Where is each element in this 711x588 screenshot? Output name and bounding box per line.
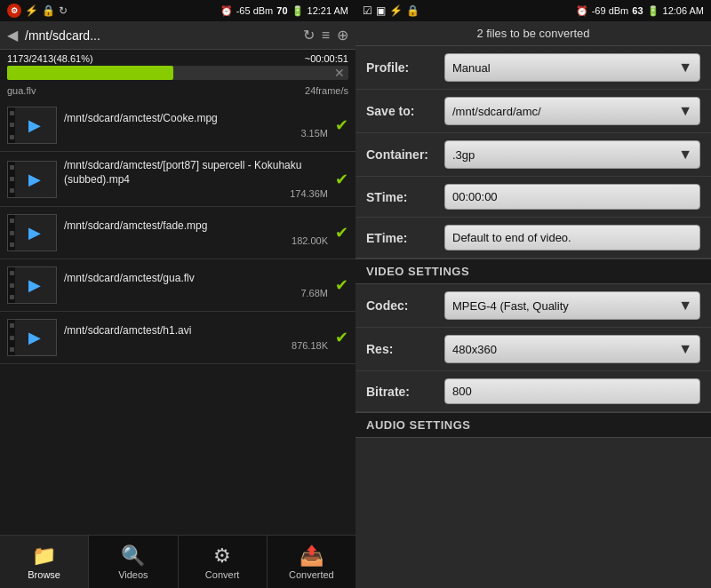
status-bar-right: ☑ ▣ ⚡ 🔒 ⏰ -69 dBm 63 🔋 12:06 AM [356,0,711,21]
progress-close-button[interactable]: ✕ [334,66,345,80]
bars-left: 70 [276,5,287,16]
nav-converted[interactable]: 📤 Converted [268,536,356,588]
play-icon: ▶ [28,115,41,135]
saveto-label: Save to: [366,104,437,118]
file-thumbnail: ▶ [7,319,57,356]
bitrate-row: Bitrate: 800 [356,371,711,412]
file-path: /mnt/sdcard/amctest/[port87] supercell -… [64,159,328,187]
progress-info: 1173/2413(48.61%) ~00:00:51 [7,53,348,64]
address-bar: ◀ /mnt/sdcard... ↻ ≡ ⊕ [0,21,356,50]
battery-icon-left: 🔋 [292,5,304,17]
status-center-left: ⏰ -65 dBm 70 🔋 12:21 AM [220,5,348,17]
play-icon: ▶ [28,170,41,189]
battery-icon-right: 🔋 [647,5,659,17]
list-item[interactable]: ▶ /mnt/sdcard/amctest/gua.flv 7.68M ✔ [0,259,356,312]
play-icon: ▶ [28,223,41,242]
file-path: /mnt/sdcard/amctest/Cooke.mpg [64,112,328,126]
list-item[interactable]: ▶ /mnt/sdcard/amctest/fade.mpg 182.00K ✔ [0,207,356,259]
square-icon: ▣ [376,4,386,17]
file-checkbox[interactable]: ✔ [335,115,348,135]
bitrate-control: 800 [444,378,700,404]
file-checkbox[interactable]: ✔ [335,223,348,242]
saveto-dropdown[interactable]: /mnt/sdcard/amc/ ▼ [444,97,700,125]
list-item[interactable]: ▶ /mnt/sdcard/amctest/Cooke.mpg 3.15M ✔ [0,99,356,152]
codec-label: Codec: [366,298,437,313]
file-thumbnail: ▶ [7,107,57,144]
etime-row: ETime: Default to end of video. [356,218,711,258]
status-bar-left: ⚙ ⚡ 🔒 ↻ ⏰ -65 dBm 70 🔋 12:21 AM [0,0,356,21]
profile-control: Manual ▼ [444,53,700,82]
refresh-button[interactable]: ↻ [303,27,315,44]
time-left: 12:21 AM [308,5,348,16]
progress-fill [7,66,173,80]
converting-fps: 24frame/s [305,85,348,96]
container-control: .3gp ▼ [444,140,700,169]
file-size: 3.15M [64,128,328,139]
file-checkbox[interactable]: ✔ [335,328,348,347]
stime-value: 00:00:00 [452,190,498,203]
files-notice-text: 2 files to be converted [476,27,589,40]
etime-label: ETime: [366,231,437,245]
nav-videos-label: Videos [118,569,148,580]
stime-control: 00:00:00 [444,184,700,210]
convert-icon: ⚙ [213,544,231,568]
settings-scroll: Profile: Manual ▼ Save to: /mnt/sdcard/a… [356,46,711,588]
converted-icon: 📤 [300,544,324,568]
videos-icon: 🔍 [121,544,145,568]
container-dropdown-arrow: ▼ [678,147,692,163]
more-button[interactable]: ⊕ [337,27,348,44]
file-path: /mnt/sdcard/amctest/h1.avi [64,324,328,338]
back-button[interactable]: ◀ [7,27,18,44]
list-item[interactable]: ▶ /mnt/sdcard/amctest/h1.avi 876.18K ✔ [0,312,356,364]
signal-right: -69 dBm [592,5,629,16]
profile-dropdown[interactable]: Manual ▼ [444,53,700,82]
container-dropdown[interactable]: .3gp ▼ [444,140,700,169]
file-thumbnail: ▶ [7,214,57,251]
res-dropdown[interactable]: 480x360 ▼ [444,335,700,363]
checkbox-icon: ☑ [363,4,372,17]
codec-dropdown[interactable]: MPEG-4 (Fast, Quality ▼ [444,291,700,320]
file-list: ▶ /mnt/sdcard/amctest/Cooke.mpg 3.15M ✔ … [0,99,356,535]
res-row: Res: 480x360 ▼ [356,328,711,371]
nav-videos[interactable]: 🔍 Videos [89,536,178,588]
alarm-icon-right: ⏰ [576,5,588,17]
stime-input[interactable]: 00:00:00 [444,184,700,210]
file-path: /mnt/sdcard/amctest/fade.mpg [64,219,328,234]
nav-browse[interactable]: 📁 Browse [0,536,89,588]
addr-icons: ↻ ≡ ⊕ [303,27,348,44]
file-size: 182.00K [64,235,328,246]
container-label: Container: [366,147,437,162]
file-checkbox[interactable]: ✔ [335,275,348,295]
usb-icon: ⚡ [25,4,38,17]
nav-convert[interactable]: ⚙ Convert [179,536,268,588]
bitrate-input[interactable]: 800 [444,378,700,404]
video-settings-header: VIDEO SETTINGS [356,258,711,284]
play-icon: ▶ [28,275,41,295]
menu-button[interactable]: ≡ [322,28,330,44]
profile-row: Profile: Manual ▼ [356,46,711,90]
res-label: Res: [366,342,437,356]
nav-browse-label: Browse [28,569,60,580]
etime-input[interactable]: Default to end of video. [444,225,700,250]
status-center-right: ⏰ -69 dBm 63 🔋 12:06 AM [576,5,704,17]
file-checkbox[interactable]: ✔ [335,170,348,189]
alarm-icon: ⏰ [220,5,233,17]
converting-label: gua.flv 24frame/s [0,83,356,99]
list-item[interactable]: ▶ /mnt/sdcard/amctest/[port87] supercell… [0,152,356,207]
stime-label: STime: [366,190,437,204]
files-notice: 2 files to be converted [356,21,711,46]
sync-icon: ↻ [59,4,68,17]
saveto-value: /mnt/sdcard/amc/ [452,105,541,118]
codec-row: Codec: MPEG-4 (Fast, Quality ▼ [356,284,711,328]
container-row: Container: .3gp ▼ [356,133,711,177]
codec-value: MPEG-4 (Fast, Quality [452,299,569,313]
right-panel: ☑ ▣ ⚡ 🔒 ⏰ -69 dBm 63 🔋 12:06 AM 2 files … [356,0,711,588]
profile-label: Profile: [366,60,437,75]
file-info: /mnt/sdcard/amctest/[port87] supercell -… [64,159,328,199]
app-icon: ⚙ [7,4,21,18]
nav-converted-label: Converted [289,569,334,580]
container-value: .3gp [452,148,475,162]
codec-dropdown-arrow: ▼ [678,298,692,314]
video-settings-title: VIDEO SETTINGS [366,265,469,278]
status-icons-left: ⚙ ⚡ 🔒 ↻ [7,4,68,18]
